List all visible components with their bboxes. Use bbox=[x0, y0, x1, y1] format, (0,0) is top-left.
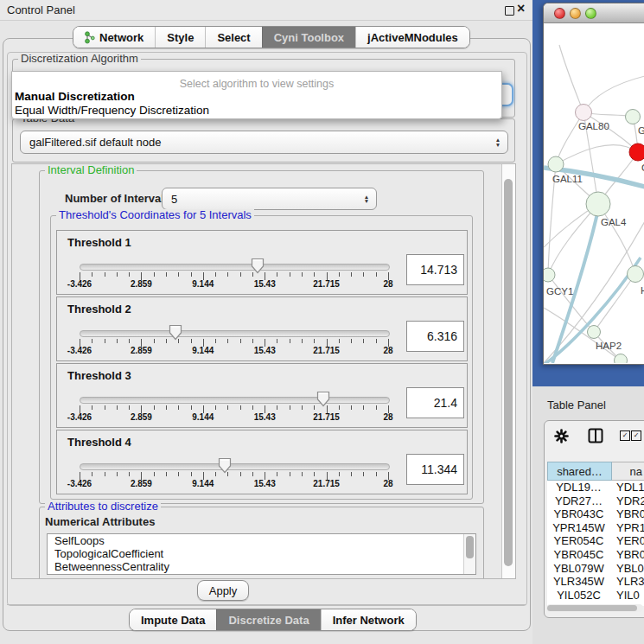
table-hscrollbar[interactable] bbox=[546, 604, 643, 612]
column-layout-icon[interactable] bbox=[588, 428, 603, 443]
cell-name[interactable]: YDL1 bbox=[610, 481, 644, 494]
slider-tick bbox=[302, 472, 303, 476]
cell-shared-name[interactable]: YBR045C bbox=[547, 548, 610, 562]
cell-shared-name[interactable]: YDR27… bbox=[547, 494, 610, 508]
network-node-gcy1[interactable] bbox=[544, 268, 555, 282]
cell-shared-name[interactable]: YDL19… bbox=[547, 481, 610, 494]
slider-thumb[interactable] bbox=[251, 258, 265, 277]
threshold-value-field[interactable]: 11.344 bbox=[406, 454, 464, 485]
network-node-hap2[interactable] bbox=[588, 326, 601, 339]
table-data-combo[interactable]: galFiltered.sif default node ▲▼ bbox=[20, 131, 508, 154]
cell-shared-name[interactable]: YER054C bbox=[547, 534, 610, 548]
slider-tick bbox=[215, 472, 216, 476]
cell-shared-name[interactable]: YPR145W bbox=[547, 521, 610, 535]
cell-name[interactable]: YBL0 bbox=[610, 562, 644, 576]
minimize-traffic-light-icon[interactable] bbox=[570, 8, 581, 19]
table-row[interactable]: YDR27…YDR2 bbox=[547, 494, 644, 508]
number-of-intervals-combo[interactable]: 5 ▲▼ bbox=[162, 188, 377, 210]
cell-name[interactable]: YER0 bbox=[610, 534, 644, 548]
zoom-traffic-light-icon[interactable] bbox=[585, 8, 596, 19]
cell-name[interactable]: YDR2 bbox=[610, 494, 644, 508]
attribute-item-topologicalcoefficient[interactable]: TopologicalCoefficient bbox=[48, 547, 475, 560]
slider-tick bbox=[339, 472, 340, 476]
table-row[interactable]: YBR043CYBR0 bbox=[547, 507, 644, 521]
table-row[interactable]: YDL19…YDL1 bbox=[547, 481, 644, 494]
cell-shared-name[interactable]: YBR043C bbox=[547, 507, 610, 521]
slider-thumb[interactable] bbox=[316, 391, 330, 411]
network-node-h[interactable] bbox=[628, 266, 644, 283]
attributes-scrollbar[interactable] bbox=[463, 534, 475, 574]
cell-shared-name[interactable]: YBL079W bbox=[547, 562, 610, 576]
slider-track[interactable] bbox=[80, 264, 390, 271]
slider-tick-label: 21.715 bbox=[299, 279, 354, 289]
slider-track[interactable] bbox=[80, 330, 390, 337]
slider-track[interactable] bbox=[80, 463, 390, 470]
cell-shared-name[interactable]: YLR345W bbox=[547, 575, 610, 589]
slider-tick bbox=[129, 472, 130, 476]
cell-name[interactable]: YPR1 bbox=[610, 521, 644, 535]
screenshot-root: Control Panel × NetworkStyleSelectCyni T… bbox=[0, 0, 644, 644]
interval-definition-group: Interval Definition Number of Intervals … bbox=[39, 170, 484, 504]
apply-button[interactable]: Apply bbox=[197, 580, 249, 601]
table-hscrollbar-thumb[interactable] bbox=[547, 605, 637, 611]
network-node-gal11[interactable] bbox=[548, 156, 564, 172]
slider-thumb[interactable] bbox=[218, 457, 232, 477]
slider-tick bbox=[376, 472, 377, 476]
threshold-value-field[interactable]: 6.316 bbox=[406, 321, 464, 352]
network-node-gal80[interactable] bbox=[576, 105, 592, 121]
tab-discretize-data[interactable]: Discretize Data bbox=[216, 609, 320, 630]
network-node-ga[interactable] bbox=[626, 110, 641, 124]
table-row[interactable]: YLR345WYLR3 bbox=[547, 575, 644, 589]
cell-name[interactable]: YBR0 bbox=[610, 548, 644, 562]
table-row[interactable]: YIL052CYIL0 bbox=[547, 589, 644, 603]
gear-icon[interactable] bbox=[554, 429, 569, 443]
slider-tick bbox=[154, 472, 155, 476]
table-rows[interactable]: YDL19…YDL1YDR27…YDR2YBR043CYBR0YPR145WYP… bbox=[547, 481, 644, 606]
slider-track[interactable] bbox=[80, 397, 390, 404]
cell-name[interactable]: YBR0 bbox=[610, 507, 644, 521]
column-header-name[interactable]: na bbox=[612, 462, 644, 481]
numerical-attributes-label: Numerical Attributes bbox=[45, 515, 155, 528]
attributes-scrollbar-thumb[interactable] bbox=[466, 536, 474, 558]
table-row[interactable]: YBL079WYBL0 bbox=[547, 562, 644, 576]
tab-network[interactable]: Network bbox=[73, 27, 155, 48]
network-node[interactable] bbox=[615, 354, 628, 364]
cell-name[interactable]: YLR3 bbox=[610, 575, 644, 589]
numerical-attributes-list[interactable]: SelfLoopsTopologicalCoefficientBetweenne… bbox=[47, 533, 476, 575]
network-node-c[interactable] bbox=[629, 143, 644, 161]
slider-tick-label: 2.859 bbox=[113, 479, 169, 488]
network-window-titlebar[interactable] bbox=[544, 3, 644, 23]
cell-name[interactable]: YIL0 bbox=[610, 589, 644, 603]
settings-scrollbar-thumb[interactable] bbox=[504, 179, 513, 566]
tab-impute-data[interactable]: Impute Data bbox=[130, 609, 216, 630]
checkbox-icon[interactable]: ✓ bbox=[620, 430, 630, 441]
table-row[interactable]: YPR145WYPR1 bbox=[547, 521, 644, 535]
algorithm-item-equal-width[interactable]: Equal Width/Frequency Discretization bbox=[15, 104, 209, 117]
threshold-value-field[interactable]: 14.713 bbox=[406, 254, 464, 285]
attribute-item-selfloops[interactable]: SelfLoops bbox=[48, 534, 475, 547]
settings-scrollbar[interactable] bbox=[501, 164, 515, 578]
tab-cyni-toolbox[interactable]: Cyni Toolbox bbox=[262, 27, 355, 48]
network-graph[interactable]: GAL80GACGAL11GAL4GCY1HHAP2 bbox=[544, 22, 644, 363]
threshold-value-field[interactable]: 21.4 bbox=[406, 387, 464, 418]
algorithm-prompt-item[interactable]: Select algorithm to view settings bbox=[12, 78, 501, 90]
table-header-row: shared… na bbox=[547, 462, 644, 481]
tab-select[interactable]: Select bbox=[205, 27, 261, 48]
slider-thumb[interactable] bbox=[169, 324, 182, 344]
checkbox-icon[interactable]: ✓ bbox=[631, 430, 641, 441]
attribute-item-betweennesscentrality[interactable]: BetweennessCentrality bbox=[48, 560, 475, 573]
tab-infer-network[interactable]: Infer Network bbox=[321, 609, 416, 630]
slider-tick-label: 21.715 bbox=[299, 346, 354, 355]
close-icon[interactable]: × bbox=[517, 1, 525, 16]
network-node-gal4[interactable] bbox=[586, 192, 610, 216]
table-row[interactable]: YBR045CYBR0 bbox=[547, 548, 644, 562]
tab-style[interactable]: Style bbox=[155, 27, 205, 48]
table-row[interactable]: YER054CYER0 bbox=[547, 534, 644, 548]
column-header-shared[interactable]: shared… bbox=[547, 462, 612, 481]
attribute-items: SelfLoopsTopologicalCoefficientBetweenne… bbox=[48, 534, 475, 573]
float-window-icon[interactable] bbox=[505, 6, 514, 16]
cell-shared-name[interactable]: YIL052C bbox=[547, 589, 610, 603]
tab-jactivemnodules[interactable]: jActiveMNodules bbox=[355, 27, 469, 48]
algorithm-item-manual[interactable]: Manual Discretization bbox=[15, 90, 135, 103]
close-traffic-light-icon[interactable] bbox=[554, 8, 565, 19]
